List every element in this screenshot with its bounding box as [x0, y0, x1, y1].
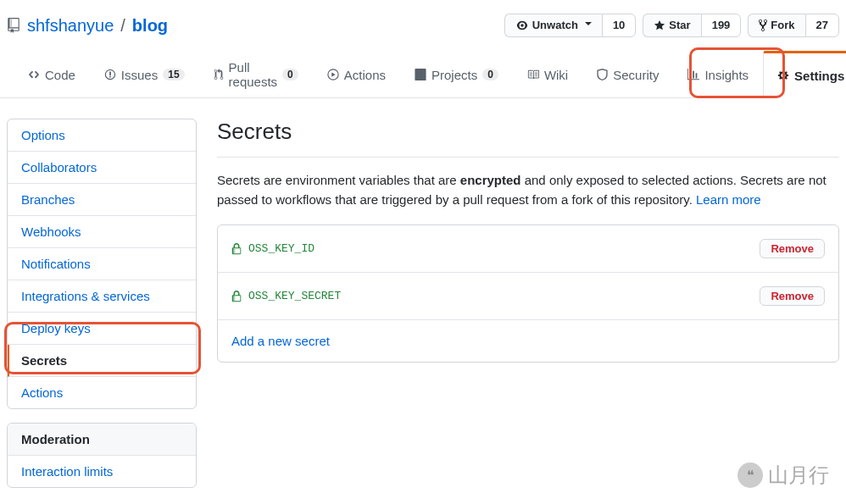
repo-nav: Code Issues 15 Pull requests 0 Actions P… [0, 51, 846, 98]
watermark: ❝ 山月行 [737, 462, 829, 489]
settings-menu: Options Collaborators Branches Webhooks … [7, 119, 197, 409]
projects-counter: 0 [482, 69, 498, 80]
repo-actions: Unwatch 10 Star 199 Fork 27 [504, 14, 839, 37]
repo-icon [7, 18, 20, 33]
sidebar-item-webhooks[interactable]: Webhooks [8, 216, 196, 248]
tab-projects[interactable]: Projects 0 [400, 51, 513, 97]
secret-row: OSS_KEY_SECRET Remove [218, 273, 838, 320]
secret-name: OSS_KEY_SECRET [231, 290, 760, 302]
repo-owner-link[interactable]: shfshanyue [27, 16, 114, 36]
repo-name-link[interactable]: blog [132, 16, 168, 36]
tab-projects-label: Projects [431, 68, 477, 82]
tab-security-label: Security [613, 68, 659, 82]
sidebar-item-branches[interactable]: Branches [8, 184, 196, 216]
tab-actions[interactable]: Actions [313, 51, 400, 97]
add-secret-row: Add a new secret [218, 320, 838, 362]
gear-icon [777, 69, 789, 81]
desc-pre: Secrets are environment variables that a… [217, 173, 460, 187]
tab-settings[interactable]: Settings [763, 51, 846, 98]
graph-icon [687, 69, 699, 80]
add-secret-link[interactable]: Add a new secret [231, 334, 330, 348]
watch-group: Unwatch 10 [504, 14, 637, 37]
pulls-counter: 0 [282, 69, 298, 80]
fork-count[interactable]: 27 [805, 14, 839, 37]
tab-pulls[interactable]: Pull requests 0 [199, 51, 313, 97]
star-icon [654, 19, 665, 31]
code-icon [28, 69, 40, 80]
sidebar-item-interaction-limits[interactable]: Interaction limits [8, 456, 196, 487]
tab-wiki-label: Wiki [544, 68, 568, 82]
tab-actions-label: Actions [344, 68, 386, 82]
lock-icon [231, 291, 242, 302]
secrets-list: OSS_KEY_ID Remove OSS_KEY_SECRET Remove … [217, 224, 839, 363]
secret-name-text: OSS_KEY_ID [248, 242, 314, 255]
wechat-icon: ❝ [737, 462, 763, 488]
project-icon [415, 69, 426, 80]
secret-name: OSS_KEY_ID [231, 242, 760, 255]
issues-counter: 15 [163, 69, 184, 80]
star-label: Star [669, 17, 690, 34]
lock-icon [231, 243, 242, 255]
tab-code[interactable]: Code [14, 51, 90, 97]
page-title: Secrets [217, 119, 839, 145]
sidebar-item-secrets[interactable]: Secrets [8, 345, 196, 377]
tab-code-label: Code [45, 68, 75, 82]
tab-insights[interactable]: Insights [673, 51, 763, 97]
star-group: Star 199 [643, 14, 741, 37]
secret-name-text: OSS_KEY_SECRET [248, 290, 341, 302]
sidebar-item-notifications[interactable]: Notifications [8, 248, 196, 280]
tab-wiki[interactable]: Wiki [513, 51, 582, 97]
fork-label: Fork [771, 17, 794, 34]
fork-group: Fork 27 [748, 14, 839, 37]
tab-pulls-label: Pull requests [229, 60, 278, 89]
main-content: Secrets Secrets are environment variable… [217, 119, 839, 488]
unwatch-button[interactable]: Unwatch [504, 14, 602, 37]
secret-row: OSS_KEY_ID Remove [218, 225, 838, 273]
desc-strong: encrypted [460, 173, 521, 187]
book-icon [527, 69, 539, 80]
remove-secret-button[interactable]: Remove [760, 239, 825, 258]
shield-icon [597, 69, 608, 80]
divider [217, 157, 839, 158]
watermark-text: 山月行 [768, 462, 829, 489]
fork-button[interactable]: Fork [748, 14, 804, 37]
star-button[interactable]: Star [643, 14, 700, 37]
secrets-description: Secrets are environment variables that a… [217, 171, 839, 209]
tab-insights-label: Insights [704, 68, 749, 82]
watch-count[interactable]: 10 [602, 14, 636, 37]
moderation-menu: Moderation Interaction limits [7, 423, 197, 488]
moderation-heading: Moderation [8, 424, 196, 456]
tab-issues[interactable]: Issues 15 [90, 51, 199, 97]
learn-more-link[interactable]: Learn more [696, 192, 761, 207]
repo-sep: / [120, 16, 125, 36]
remove-secret-button[interactable]: Remove [760, 286, 825, 306]
sidebar-item-integrations[interactable]: Integrations & services [8, 280, 196, 313]
sidebar-item-deploy-keys[interactable]: Deploy keys [8, 313, 196, 345]
fork-icon [759, 19, 767, 32]
pull-request-icon [214, 69, 224, 80]
tab-security[interactable]: Security [582, 51, 673, 97]
tab-issues-label: Issues [121, 68, 158, 82]
play-icon [327, 69, 339, 80]
unwatch-label: Unwatch [532, 17, 578, 34]
eye-icon [515, 19, 529, 31]
repo-title: shfshanyue / blog [7, 16, 168, 36]
star-count[interactable]: 199 [701, 14, 742, 37]
sidebar-item-collaborators[interactable]: Collaborators [8, 152, 196, 184]
sidebar-item-options[interactable]: Options [8, 119, 196, 152]
settings-sidebar: Options Collaborators Branches Webhooks … [7, 119, 197, 488]
sidebar-item-actions[interactable]: Actions [8, 377, 196, 408]
issues-icon [104, 69, 116, 80]
tab-settings-label: Settings [794, 69, 844, 83]
repo-header: shfshanyue / blog Unwatch 10 Star 199 [0, 0, 846, 37]
